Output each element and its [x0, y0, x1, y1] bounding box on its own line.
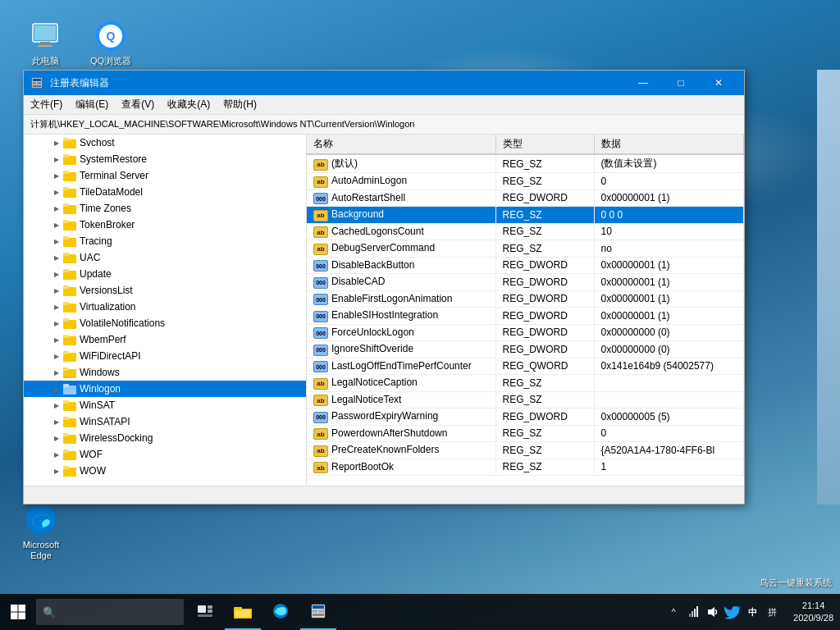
tray-network[interactable]	[685, 604, 701, 620]
reg-dword-icon: 000	[313, 311, 328, 322]
value-name: 000EnableFirstLogonAnimation	[307, 290, 495, 308]
svg-rect-1	[34, 25, 56, 40]
svg-rect-12	[33, 85, 41, 87]
registry-values-pane[interactable]: 名称 类型 数据 ab(默认) REG_SZ (数值未设置) abAutoAdm…	[307, 135, 744, 486]
table-row[interactable]: abPreCreateKnownFolders REG_SZ {A520A1A4…	[307, 442, 744, 459]
tree-expander: ▶	[50, 446, 63, 463]
edge-label: MicrosoftEdge	[23, 540, 60, 561]
value-name: 000PasswordExpiryWarning	[307, 409, 495, 426]
tray-chevron[interactable]: ^	[665, 604, 682, 620]
table-row[interactable]: 000DisableCAD REG_DWORD 0x00000001 (1)	[307, 274, 744, 291]
maximize-button[interactable]: □	[662, 71, 700, 95]
menu-file[interactable]: 文件(F)	[24, 95, 69, 114]
tree-item[interactable]: ▶ Time Zones	[24, 200, 306, 217]
tree-item[interactable]: ▶ TokenBroker	[24, 217, 306, 233]
table-row[interactable]: 000ForceUnlockLogon REG_DWORD 0x00000000…	[307, 324, 744, 341]
table-row[interactable]: abCachedLogonsCount REG_SZ 10	[307, 223, 744, 240]
tray-ime-mode[interactable]: 拼	[764, 604, 780, 620]
desktop-icon-computer[interactable]: 此电脑	[16, 16, 74, 70]
tree-item[interactable]: ▶ VolatileNotifications	[24, 315, 306, 331]
desktop-icon-qq[interactable]: Q QQ浏览器	[82, 16, 139, 70]
value-data: 0 0 0	[594, 207, 744, 224]
tree-expander: ▶	[50, 184, 63, 200]
tree-item[interactable]: ▶ WinSATAPI	[24, 413, 306, 430]
svg-rect-14	[63, 138, 69, 141]
tray-ime[interactable]: 中	[744, 604, 760, 620]
search-bar[interactable]: 🔍	[36, 599, 184, 625]
tree-item-label: WiFiDirectAPI	[80, 350, 141, 362]
tree-item[interactable]: ▶ TileDataModel	[24, 184, 306, 200]
tree-item[interactable]: ▶ Update	[24, 266, 306, 282]
tree-item[interactable]: ▶ WOF	[24, 446, 306, 463]
col-type-header: 类型	[495, 135, 594, 154]
table-row[interactable]: 000LastLogOffEndTimePerfCounter REG_QWOR…	[307, 358, 744, 375]
svg-rect-52	[63, 450, 69, 453]
svg-rect-32	[63, 285, 69, 289]
menu-help[interactable]: 帮助(H)	[217, 95, 263, 114]
tray-volume[interactable]	[705, 604, 721, 620]
table-row[interactable]: 000IgnoreShiftOveride REG_DWORD 0x000000…	[307, 341, 744, 358]
tree-item[interactable]: ▶ Windows	[24, 364, 306, 381]
table-row[interactable]: 000EnableSIHostIntegration REG_DWORD 0x0…	[307, 308, 744, 325]
table-row[interactable]: 000EnableFirstLogonAnimation REG_DWORD 0…	[307, 290, 744, 308]
table-row[interactable]: abBackground REG_SZ 0 0 0	[307, 207, 744, 224]
tree-expander: ▶	[50, 348, 63, 364]
tree-item[interactable]: ▶ SystemRestore	[24, 151, 306, 167]
registry-tree-pane[interactable]: ▶ Svchost ▶ SystemRestore ▶ Terminal S	[24, 135, 307, 486]
tree-expander: ▶	[50, 364, 63, 381]
folder-icon	[63, 218, 76, 231]
table-row[interactable]: 000DisableBackButton REG_DWORD 0x0000000…	[307, 257, 744, 274]
tree-item[interactable]: ▶ UAC	[24, 249, 306, 266]
registry-taskbar-item[interactable]	[300, 594, 336, 630]
reg-dword-icon: 000	[313, 277, 328, 289]
tree-item[interactable]: ▶ Virtualization	[24, 299, 306, 315]
value-name: abReportBootOk	[307, 459, 495, 476]
system-clock[interactable]: 21:14 2020/9/28	[787, 600, 840, 625]
edge-taskbar-item[interactable]	[262, 594, 299, 630]
table-row[interactable]: 000PasswordExpiryWarning REG_DWORD 0x000…	[307, 409, 744, 426]
table-row[interactable]: abDebugServerCommand REG_SZ no	[307, 240, 744, 258]
tree-item[interactable]: ▶ WbemPerf	[24, 331, 306, 348]
tree-item[interactable]: ▶ WOW	[24, 463, 306, 479]
table-row[interactable]: 000AutoRestartShell REG_DWORD 0x00000001…	[307, 189, 744, 207]
menu-view[interactable]: 查看(V)	[115, 95, 161, 114]
value-type: REG_DWORD	[495, 189, 594, 207]
tray-app-icon[interactable]	[724, 604, 741, 620]
svg-rect-73	[692, 611, 693, 617]
tree-item[interactable]: ▶ WinSAT	[24, 397, 306, 413]
close-button[interactable]: ✕	[700, 71, 737, 95]
reg-dword-icon: 000	[313, 260, 328, 272]
tree-item[interactable]: ▶ WirelessDocking	[24, 430, 306, 446]
value-name: abBackground	[307, 207, 495, 224]
svg-rect-64	[234, 607, 242, 610]
tree-expander: ▶	[50, 151, 63, 167]
table-row[interactable]: abAutoAdminLogon REG_SZ 0	[307, 173, 744, 190]
svg-marker-76	[708, 607, 714, 617]
start-button[interactable]	[0, 594, 36, 630]
minimize-button[interactable]: —	[624, 71, 662, 95]
svg-rect-30	[63, 269, 69, 272]
table-row[interactable]: abPowerdownAfterShutdown REG_SZ 0	[307, 425, 744, 442]
desktop-icon-edge[interactable]: MicrosoftEdge	[12, 500, 70, 564]
menu-favorites[interactable]: 收藏夹(A)	[161, 95, 217, 114]
tree-item[interactable]: ▶ VersionsList	[24, 282, 306, 299]
table-row[interactable]: abLegalNoticeCaption REG_SZ	[307, 375, 744, 392]
tree-expander: ▶	[50, 381, 63, 397]
menu-edit[interactable]: 编辑(E)	[69, 95, 115, 114]
table-row[interactable]: abReportBootOk REG_SZ 1	[307, 459, 744, 476]
task-view-button[interactable]	[187, 594, 223, 630]
svg-rect-56	[19, 605, 26, 612]
tree-item[interactable]: ▶ WiFiDirectAPI	[24, 348, 306, 364]
window-content: ▶ Svchost ▶ SystemRestore ▶ Terminal S	[24, 135, 744, 486]
table-row[interactable]: abLegalNoticeText REG_SZ	[307, 391, 744, 409]
table-row[interactable]: ab(默认) REG_SZ (数值未设置)	[307, 154, 744, 173]
value-type: REG_DWORD	[495, 324, 594, 341]
tree-item[interactable]: ▶ Terminal Server	[24, 167, 306, 184]
tree-item[interactable]: ▶ Tracing	[24, 233, 306, 249]
file-explorer-taskbar-item[interactable]	[225, 594, 261, 630]
value-type: REG_SZ	[495, 459, 594, 476]
tree-item[interactable]: ▶ Svchost	[24, 135, 306, 151]
value-type: REG_SZ	[495, 442, 594, 459]
tree-item[interactable]: ▶ Winlogon	[24, 381, 306, 397]
tree-item-label: Winlogon	[80, 383, 121, 395]
